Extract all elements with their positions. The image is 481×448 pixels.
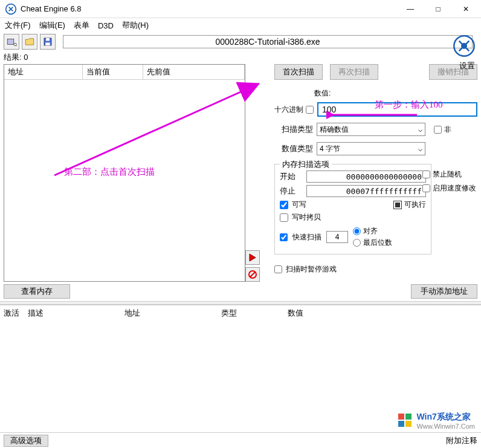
close-button[interactable]: ✕ bbox=[452, 0, 480, 18]
view-memory-button[interactable]: 查看内存 bbox=[4, 284, 70, 299]
scan-type-select[interactable]: 精确数值⌵ bbox=[317, 123, 425, 136]
writable-label: 可写 bbox=[292, 200, 306, 210]
results-table[interactable]: 地址 当前值 先前值 bbox=[4, 64, 245, 282]
maximize-button[interactable]: □ bbox=[424, 0, 452, 18]
open-process-button[interactable] bbox=[4, 34, 19, 50]
executable-label: 可执行 bbox=[404, 200, 426, 210]
svg-rect-6 bbox=[45, 43, 50, 46]
svg-line-3 bbox=[16, 45, 18, 47]
results-header: 地址 当前值 先前值 bbox=[4, 65, 245, 80]
svg-rect-15 bbox=[398, 421, 404, 427]
last-digits-radio[interactable]: 最后位数 bbox=[353, 238, 392, 248]
advanced-options-button[interactable]: 高级选项 bbox=[4, 435, 48, 447]
address-list-header: 激活 描述 地址 类型 数值 bbox=[0, 305, 481, 321]
watermark-text1: Win7系统之家 bbox=[416, 412, 475, 423]
start-address-input[interactable] bbox=[306, 170, 426, 183]
watermark-icon bbox=[397, 412, 414, 429]
fast-scan-checkbox[interactable] bbox=[280, 233, 288, 241]
pause-game-checkbox[interactable] bbox=[274, 265, 282, 273]
memory-options-legend: 内存扫描选项 bbox=[280, 159, 332, 170]
disable-random-checkbox[interactable]: 禁止随机 bbox=[422, 169, 476, 180]
cow-label: 写时拷贝 bbox=[292, 212, 321, 222]
results-col-previous[interactable]: 先前值 bbox=[143, 65, 245, 79]
menu-d3d[interactable]: D3D bbox=[98, 21, 114, 30]
svg-point-8 bbox=[461, 43, 467, 49]
memory-scan-options-group: 内存扫描选项 开始 停止 可写 可执行 写时拷贝 bbox=[274, 164, 431, 255]
first-scan-button[interactable]: 首次扫描 bbox=[274, 64, 323, 80]
add-to-list-icon[interactable] bbox=[245, 250, 260, 265]
value-type-label: 数值类型 bbox=[274, 143, 313, 154]
value-type-select[interactable]: 4 字节⌵ bbox=[317, 142, 425, 155]
attach-comment-label[interactable]: 附加注释 bbox=[446, 435, 477, 446]
value-label: 数值: bbox=[314, 88, 331, 99]
watermark-text2: Www.Winwin7.Com bbox=[416, 423, 475, 430]
svg-rect-13 bbox=[398, 414, 404, 420]
svg-rect-16 bbox=[405, 421, 412, 427]
chevron-down-icon: ⌵ bbox=[418, 125, 422, 134]
next-scan-button[interactable]: 再次扫描 bbox=[330, 64, 378, 80]
menu-edit[interactable]: 编辑(E) bbox=[39, 20, 65, 31]
scan-type-label: 扫描类型 bbox=[274, 124, 313, 135]
app-icon bbox=[5, 3, 17, 15]
title-bar: Cheat Engine 6.8 — □ ✕ bbox=[0, 0, 481, 18]
stop-address-input[interactable] bbox=[306, 185, 426, 197]
minimize-button[interactable]: — bbox=[396, 0, 424, 18]
writable-checkbox[interactable] bbox=[280, 201, 288, 209]
window-title: Cheat Engine 6.8 bbox=[21, 4, 396, 13]
clear-list-icon[interactable] bbox=[245, 267, 260, 282]
menu-bar: 文件(F) 编辑(E) 表单 D3D 帮助(H) bbox=[0, 18, 481, 33]
save-button[interactable] bbox=[40, 34, 56, 50]
address-list[interactable]: 激活 描述 地址 类型 数值 bbox=[0, 305, 481, 407]
col-type[interactable]: 类型 bbox=[221, 308, 288, 319]
col-value[interactable]: 数值 bbox=[288, 308, 477, 319]
not-checkbox[interactable]: 非 bbox=[434, 125, 451, 135]
results-col-address[interactable]: 地址 bbox=[4, 65, 83, 79]
fast-scan-value-input[interactable] bbox=[326, 231, 348, 243]
enable-speed-checkbox[interactable]: 启用速度修改 bbox=[422, 183, 476, 193]
svg-rect-14 bbox=[405, 414, 412, 420]
fast-scan-label: 快速扫描 bbox=[292, 232, 321, 242]
app-logo-icon[interactable] bbox=[452, 34, 476, 58]
stop-label: 停止 bbox=[280, 186, 302, 196]
hex-checkbox[interactable]: 十六进制 bbox=[274, 105, 314, 115]
results-col-current[interactable]: 当前值 bbox=[83, 65, 143, 79]
value-input[interactable] bbox=[317, 102, 477, 117]
col-desc[interactable]: 描述 bbox=[28, 308, 124, 319]
svg-rect-5 bbox=[46, 38, 50, 41]
svg-rect-1 bbox=[7, 39, 14, 45]
chevron-down-icon: ⌵ bbox=[418, 144, 422, 153]
start-label: 开始 bbox=[280, 171, 302, 182]
toolbar: 0000288C-Tutorial-i386.exe bbox=[0, 33, 481, 51]
open-file-button[interactable] bbox=[22, 34, 37, 50]
process-name[interactable]: 0000288C-Tutorial-i386.exe bbox=[63, 35, 473, 48]
menu-table[interactable]: 表单 bbox=[74, 20, 89, 31]
watermark: Win7系统之家 Www.Winwin7.Com bbox=[397, 412, 475, 430]
menu-file[interactable]: 文件(F) bbox=[5, 20, 31, 31]
menu-help[interactable]: 帮助(H) bbox=[122, 20, 149, 31]
col-addr[interactable]: 地址 bbox=[124, 308, 221, 319]
executable-checkbox[interactable] bbox=[393, 201, 402, 209]
align-radio[interactable]: 对齐 bbox=[353, 226, 392, 236]
results-count-label: 结果: 0 bbox=[0, 51, 481, 64]
add-address-manual-button[interactable]: 手动添加地址 bbox=[411, 284, 477, 299]
svg-line-10 bbox=[250, 272, 255, 277]
footer-bar: 高级选项 附加注释 bbox=[0, 432, 481, 448]
settings-link[interactable]: 设置 bbox=[459, 60, 475, 71]
col-active[interactable]: 激活 bbox=[4, 308, 28, 319]
pause-game-label: 扫描时暂停游戏 bbox=[286, 264, 337, 274]
cow-checkbox[interactable] bbox=[280, 213, 288, 222]
